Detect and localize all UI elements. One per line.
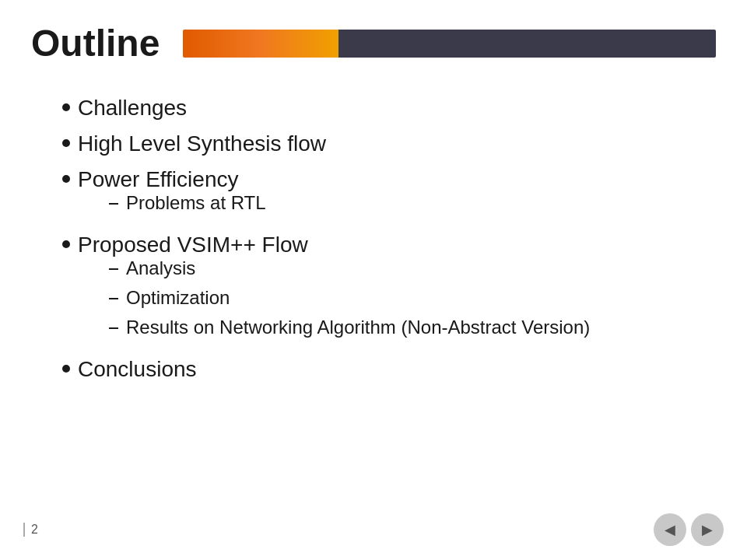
slide-content: ChallengesHigh Level Synthesis flowPower… [0,65,747,408]
bullet-challenges [62,103,70,111]
bullet-power-efficiency [62,175,70,183]
sub-text-problems-rtl: Problems at RTL [126,192,266,214]
outline-text-power-efficiency: Power Efficiency [78,167,238,191]
sub-text-analysis: Analysis [126,257,590,279]
sub-list-power-efficiency: Problems at RTL [78,192,266,214]
nav-buttons: ◀ ▶ [654,513,724,546]
sub-item-analysis: Analysis [78,257,590,279]
sub-item-results: Results on Networking Algorithm (Non-Abs… [78,317,590,338]
sub-bullet-results [109,327,118,329]
slide-footer: 2 ◀ ▶ [0,513,747,546]
outline-text-challenges: Challenges [78,96,685,121]
sub-bullet-analysis [109,268,118,270]
footer-page: 2 [23,523,38,537]
outline-text-hls-flow: High Level Synthesis flow [78,131,685,156]
bullet-hls-flow [62,139,70,147]
sub-bullet-problems-rtl [109,203,118,205]
outline-item-power-efficiency: Power EfficiencyProblems at RTL [62,167,685,222]
bullet-conclusions [62,365,70,373]
outline-item-conclusions: Conclusions [62,357,685,382]
bullet-vsim-flow [62,240,70,248]
header-bar-container [183,30,716,58]
outline-item-challenges: Challenges [62,96,685,121]
sub-text-results: Results on Networking Algorithm (Non-Abs… [126,317,590,338]
slide: Outline ChallengesHigh Level Synthesis f… [0,0,747,560]
slide-title: Outline [31,22,160,65]
outline-text-conclusions: Conclusions [78,357,685,382]
sub-item-problems-rtl: Problems at RTL [78,192,266,214]
header-bar-dark [338,30,716,58]
header-bar-orange [183,30,338,58]
outline-item-vsim-flow: Proposed VSIM++ FlowAnalysisOptimization… [62,233,685,346]
outline-text-vsim-flow: Proposed VSIM++ Flow [78,233,308,257]
outline-list: ChallengesHigh Level Synthesis flowPower… [62,96,685,382]
sub-text-optimization: Optimization [126,287,590,309]
next-icon: ▶ [702,521,713,538]
slide-header: Outline [0,0,747,65]
sub-item-optimization: Optimization [78,287,590,309]
next-button[interactable]: ▶ [691,513,724,546]
outline-item-hls-flow: High Level Synthesis flow [62,131,685,156]
prev-icon: ◀ [665,521,675,538]
prev-button[interactable]: ◀ [654,513,686,546]
footer-divider [23,523,25,537]
sub-bullet-optimization [109,298,118,299]
item-wrapper-power-efficiency: Power EfficiencyProblems at RTL [78,167,266,222]
page-number: 2 [31,523,38,537]
item-wrapper-vsim-flow: Proposed VSIM++ FlowAnalysisOptimization… [78,233,590,346]
sub-list-vsim-flow: AnalysisOptimizationResults on Networkin… [78,257,590,338]
